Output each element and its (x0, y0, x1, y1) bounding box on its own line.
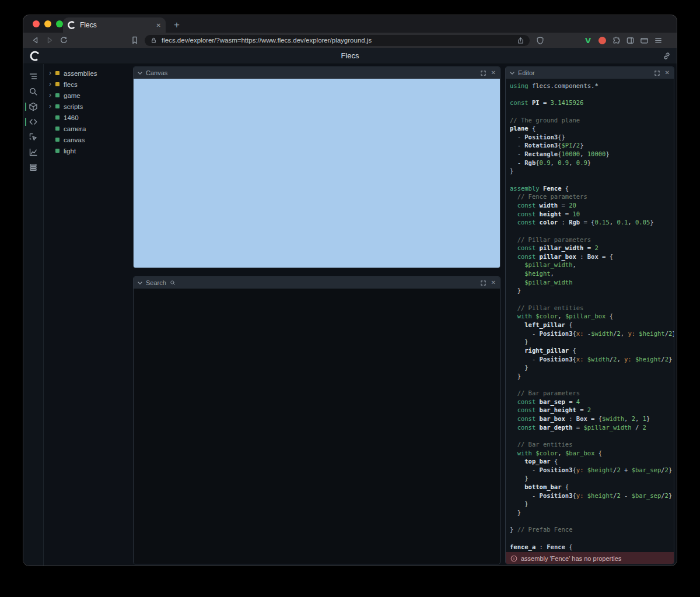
tree-item-camera[interactable]: camera (44, 123, 132, 134)
expander-icon[interactable]: › (49, 92, 55, 99)
code-line: const pillar_box : Box = { (510, 252, 674, 261)
code-line: with $color, $pillar_box { (510, 312, 674, 321)
expander-icon[interactable]: › (49, 70, 55, 76)
code-line: - Position3{y: $height/2 - $bar_sep/2} (510, 491, 674, 500)
code-line (510, 90, 674, 99)
code-line: // Bar entities (510, 440, 674, 449)
editor-panel-title: Editor (518, 69, 535, 76)
close-icon[interactable]: ✕ (665, 70, 670, 76)
reload-button[interactable] (57, 34, 70, 47)
code-line: } (510, 474, 674, 483)
code-line: // Fence parameters (510, 192, 674, 201)
code-line: bottom_bar { (510, 483, 674, 491)
commands-stack-icon[interactable] (23, 160, 43, 175)
back-button[interactable] (29, 34, 42, 47)
tree-item-label: camera (64, 125, 86, 132)
code-line: } (510, 363, 674, 372)
code-line: - Position3{x: $width/2, y: $height/2} (510, 355, 674, 364)
tree-item-label: 1460 (64, 114, 79, 121)
minimize-window-button[interactable] (44, 20, 51, 27)
close-icon[interactable]: ✕ (491, 70, 496, 76)
entity-color-swatch (55, 82, 60, 86)
app-header: Flecs (23, 48, 677, 64)
code-line (510, 175, 674, 184)
new-tab-button[interactable]: + (174, 20, 180, 30)
code-area[interactable]: using flecs.components.* const PI = 3.14… (506, 79, 674, 551)
code-line: $height, (510, 269, 674, 278)
forward-button[interactable] (43, 34, 56, 47)
bookmark-icon[interactable] (128, 34, 141, 47)
code-line: left_pillar { (510, 321, 674, 329)
code-line: const color : Rgb = {0.15, 0.1, 0.05} (510, 218, 674, 227)
code-line: plane { (510, 124, 674, 133)
expand-icon[interactable] (481, 71, 486, 76)
window-controls (33, 20, 63, 27)
stats-chart-icon[interactable] (23, 145, 43, 160)
search-panel-header: Search ✕ (134, 277, 500, 289)
entities-cube-icon[interactable] (23, 99, 43, 114)
tree-item-scripts[interactable]: ›scripts (44, 101, 132, 112)
entity-color-swatch (55, 138, 60, 142)
vimium-extension-icon[interactable]: V (581, 34, 595, 47)
search-results-area[interactable] (134, 289, 500, 564)
search-icon[interactable] (23, 84, 43, 99)
code-line: } (510, 338, 674, 346)
chevron-down-icon[interactable] (510, 71, 514, 75)
menu-icon[interactable] (651, 34, 665, 47)
entity-color-swatch (55, 115, 60, 120)
expand-icon[interactable] (481, 280, 486, 286)
tree-item-label: light (64, 148, 76, 154)
extensions-puzzle-icon[interactable] (609, 34, 623, 47)
inspector-cursor-icon[interactable] (23, 129, 43, 145)
expander-icon[interactable]: › (49, 103, 55, 110)
code-line: // Bar parameters (510, 389, 674, 398)
close-icon[interactable]: ✕ (491, 280, 496, 286)
editor-panel-header: Editor ✕ (506, 67, 674, 79)
zoom-window-button[interactable] (56, 20, 63, 27)
address-bar[interactable]: flecs.dev/explorer/?wasm=https://www.fle… (145, 35, 530, 46)
tree-item-game[interactable]: ›game (44, 90, 132, 101)
error-message: assembly 'Fence' has no properties (521, 555, 621, 562)
canvas-viewport[interactable] (134, 79, 500, 268)
entity-color-swatch (55, 71, 60, 75)
canvas-panel-title: Canvas (146, 69, 167, 76)
tab-close-icon[interactable]: ✕ (156, 22, 161, 29)
code-line: } (510, 286, 674, 295)
code-line (510, 227, 674, 236)
wallet-icon[interactable] (637, 34, 651, 47)
sidebar-toggle-icon[interactable] (623, 34, 637, 47)
tree-item-light[interactable]: light (44, 145, 132, 156)
editor-error-bar: assembly 'Fence' has no properties (506, 552, 674, 564)
tree-item-assemblies[interactable]: ›assemblies (44, 68, 132, 79)
app-body: ›assemblies›flecs›game›scripts1460camera… (23, 64, 677, 566)
expander-icon[interactable]: › (49, 81, 55, 87)
tree-item-canvas[interactable]: canvas (44, 134, 132, 145)
brave-shield-icon[interactable] (533, 34, 547, 47)
code-line: fence_a : Fence { (510, 543, 674, 552)
expand-icon[interactable] (654, 71, 660, 76)
outline-icon[interactable] (23, 69, 43, 84)
entity-color-swatch (55, 149, 60, 153)
share-icon[interactable] (517, 37, 524, 44)
code-line: $pillar_width, (510, 261, 674, 269)
code-line (510, 517, 674, 526)
search-icon (170, 280, 176, 286)
code-icon[interactable] (23, 114, 43, 129)
close-window-button[interactable] (33, 20, 40, 27)
tree-item-1460[interactable]: 1460 (44, 112, 132, 123)
tab-bar: Flecs ✕ + (23, 15, 677, 33)
entity-color-swatch (55, 93, 60, 97)
lock-icon (150, 37, 158, 44)
code-line (510, 431, 674, 440)
link-icon[interactable] (663, 52, 671, 60)
red-dot-extension-icon[interactable] (595, 34, 609, 47)
tree-item-flecs[interactable]: ›flecs (44, 79, 132, 90)
canvas-panel-header: Canvas ✕ (134, 67, 500, 79)
code-line: - Position3{y: $height/2 + $bar_sep/2} (510, 466, 674, 475)
chevron-down-icon[interactable] (138, 281, 142, 285)
code-line: using flecs.components.* (510, 82, 674, 90)
code-line: const bar_depth = $pillar_width / 2 (510, 423, 674, 432)
chevron-down-icon[interactable] (138, 71, 142, 75)
editor-body: using flecs.components.* const PI = 3.14… (506, 79, 674, 564)
browser-tab[interactable]: Flecs ✕ (63, 17, 166, 33)
